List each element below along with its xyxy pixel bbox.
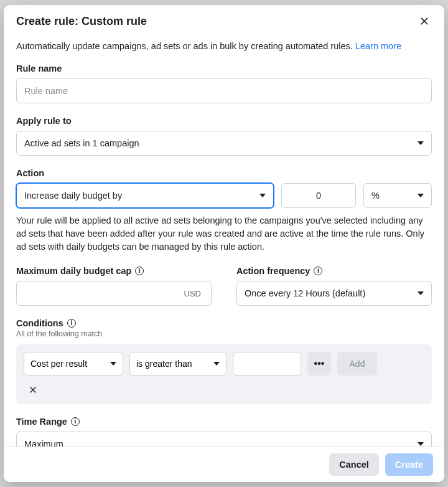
create-button[interactable]: Create [385,453,433,476]
close-icon [419,16,429,26]
condition-metric-value: Cost per result [30,359,87,369]
time-range-group: Time Range i Maximum [16,417,432,447]
action-select-value: Increase daily budget by [24,191,122,201]
time-range-value: Maximum [24,439,63,447]
frequency-label-text: Action frequency [236,266,310,276]
conditions-label: Conditions i [16,318,432,328]
caret-down-icon [110,362,116,366]
apply-to-group: Apply rule to Active ad sets in 1 campai… [16,116,432,156]
action-select[interactable]: Increase daily budget by [16,183,274,208]
modal-title: Create rule: Custom rule [16,15,147,28]
frequency-group: Action frequency i Once every 12 Hours (… [236,266,432,306]
action-group: Action Increase daily budget by 0 % [16,168,432,208]
apply-to-select[interactable]: Active ad sets in 1 campaign [16,131,432,156]
condition-more-button[interactable]: ••• [307,352,331,376]
caret-down-icon [418,141,424,145]
close-button[interactable] [417,14,432,29]
cancel-button[interactable]: Cancel [329,453,379,476]
intro-text-content: Automatically update campaigns, ad sets … [16,41,353,51]
apply-to-value: Active ad sets in 1 campaign [24,138,139,148]
caret-down-icon [418,194,424,197]
frequency-label: Action frequency i [236,266,432,276]
action-amount-value: 0 [316,191,321,201]
frequency-value: Once every 12 Hours (default) [245,288,365,298]
learn-more-link[interactable]: Learn more [355,41,401,51]
rule-name-input[interactable]: Rule name [16,78,432,103]
condition-add-button[interactable]: Add [337,352,377,376]
info-icon[interactable]: i [71,417,80,426]
x-icon [29,385,37,394]
budget-cap-label-text: Maximum daily budget cap [16,266,131,276]
budget-cap-group: Maximum daily budget cap i USD [16,266,212,306]
info-icon[interactable]: i [135,267,144,275]
action-unit-select[interactable]: % [363,183,432,208]
condition-operator-select[interactable]: is greater than [129,352,226,376]
conditions-label-text: Conditions [16,318,63,328]
caret-down-icon [213,362,220,366]
action-amount-input[interactable]: 0 [281,183,356,208]
rule-name-group: Rule name Rule name [16,64,432,103]
condition-metric-select[interactable]: Cost per result [24,352,123,376]
action-unit-value: % [371,191,380,201]
info-icon[interactable]: i [67,319,76,328]
modal-footer: Cancel Create [4,447,444,482]
budget-cap-label: Maximum daily budget cap i [16,266,212,276]
caret-down-icon [418,291,424,295]
modal-header: Create rule: Custom rule [4,5,444,35]
create-rule-modal: Create rule: Custom rule Automatically u… [4,5,444,482]
action-help-text: Your rule will be applied to all active … [16,214,432,253]
cap-freq-row: Maximum daily budget cap i USD Action fr… [16,266,432,306]
time-range-label-text: Time Range [16,417,67,427]
condition-remove-button[interactable] [24,382,424,397]
time-range-select[interactable]: Maximum [16,432,432,447]
budget-cap-input[interactable]: USD [16,281,212,306]
info-icon[interactable]: i [314,267,322,275]
rule-name-label: Rule name [16,64,432,73]
apply-to-label: Apply rule to [16,116,432,126]
conditions-sublabel: All of the following match [16,329,432,338]
caret-down-icon [418,442,424,446]
budget-cap-currency: USD [184,289,203,298]
frequency-select[interactable]: Once every 12 Hours (default) [236,281,432,306]
more-dots-icon: ••• [314,358,325,369]
caret-down-icon [259,194,266,197]
action-label: Action [16,168,432,178]
condition-value-input[interactable] [233,352,301,376]
conditions-group: Conditions i All of the following match … [16,318,432,404]
conditions-box: Cost per result is greater than ••• Add [16,344,432,404]
modal-body[interactable]: Automatically update campaigns, ad sets … [4,35,444,447]
condition-operator-value: is greater than [136,359,192,369]
intro-text: Automatically update campaigns, ad sets … [16,40,432,52]
time-range-label: Time Range i [16,417,432,427]
